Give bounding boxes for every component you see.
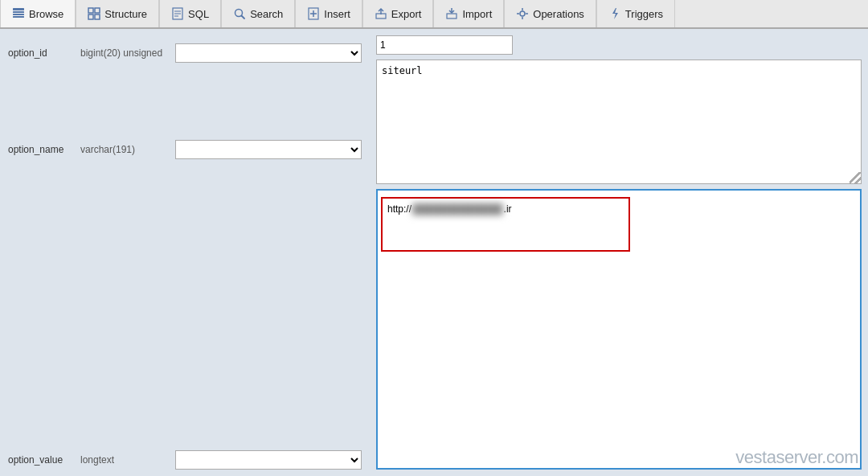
tab-search[interactable]: Search: [221, 0, 295, 27]
svg-point-21: [520, 11, 525, 16]
svg-rect-5: [95, 8, 100, 13]
svg-rect-19: [447, 14, 457, 18]
option-name-textarea[interactable]: siteurl: [377, 60, 861, 181]
svg-rect-1: [13, 11, 24, 13]
url-blurred-part: █████████████: [411, 203, 504, 215]
url-value-text: http://: [387, 203, 411, 215]
svg-rect-4: [88, 8, 93, 13]
field-select-option-name[interactable]: [175, 140, 362, 159]
structure-icon: [88, 7, 100, 20]
import-icon: [445, 7, 458, 20]
tab-structure[interactable]: Structure: [76, 0, 159, 27]
tab-import[interactable]: Import: [433, 0, 504, 27]
field-type-option-name: varchar(191): [80, 144, 169, 155]
tab-triggers[interactable]: Triggers: [596, 0, 675, 27]
option-value-area: http://█████████████.ir: [376, 189, 862, 470]
svg-rect-3: [13, 16, 24, 18]
export-icon: [375, 7, 387, 20]
tab-operations-label: Operations: [533, 8, 584, 20]
field-select-option-id[interactable]: [175, 43, 362, 63]
field-type-option-id: bigint(20) unsigned: [80, 47, 169, 59]
tab-insert-label: Insert: [324, 8, 350, 20]
textarea-resize-handle[interactable]: [850, 172, 861, 183]
field-name-option-name: option_name: [8, 144, 80, 155]
right-panel: siteurl http://█████████████.ir vestaser…: [370, 29, 868, 476]
triggers-icon: [608, 7, 621, 20]
tab-browse-label: Browse: [29, 8, 63, 20]
svg-rect-6: [88, 14, 93, 19]
field-row-option-id: option_id bigint(20) unsigned: [0, 37, 370, 69]
tab-sql[interactable]: SQL: [159, 0, 221, 27]
tab-structure-label: Structure: [104, 8, 147, 20]
operations-icon: [516, 7, 529, 20]
sql-icon: [171, 7, 184, 20]
field-row-option-name: option_name varchar(191): [0, 133, 370, 166]
svg-rect-2: [13, 14, 24, 15]
insert-icon: [307, 7, 320, 20]
search-icon: [233, 7, 246, 20]
tab-search-label: Search: [250, 8, 283, 20]
tab-export-label: Export: [391, 8, 422, 20]
tab-export[interactable]: Export: [362, 0, 434, 27]
field-select-option-value[interactable]: [175, 450, 362, 470]
url-suffix: .ir: [504, 203, 512, 215]
field-row-option-value: option_value longtext: [0, 444, 370, 476]
field-name-option-value: option_value: [8, 454, 80, 466]
tab-import-label: Import: [462, 8, 492, 20]
field-name-option-id: option_id: [8, 47, 80, 59]
tab-operations[interactable]: Operations: [504, 0, 596, 27]
browse-icon: [12, 7, 25, 20]
svg-line-13: [242, 16, 245, 19]
main-area: option_id bigint(20) unsigned option_nam…: [0, 29, 868, 476]
option-id-value-row: [376, 35, 862, 55]
svg-rect-7: [95, 14, 100, 19]
svg-rect-0: [13, 8, 24, 10]
left-panel: option_id bigint(20) unsigned option_nam…: [0, 29, 370, 476]
tab-bar: Browse Structure SQL Search Insert Expor…: [0, 0, 868, 29]
url-value-box: http://█████████████.ir: [381, 197, 630, 252]
tab-browse[interactable]: Browse: [0, 0, 76, 27]
tab-insert[interactable]: Insert: [295, 0, 362, 27]
tab-sql-label: SQL: [188, 8, 209, 20]
field-type-option-value: longtext: [80, 454, 169, 466]
option-id-input[interactable]: [376, 35, 513, 55]
option-name-textarea-container: siteurl: [376, 60, 862, 184]
tab-triggers-label: Triggers: [625, 8, 663, 20]
